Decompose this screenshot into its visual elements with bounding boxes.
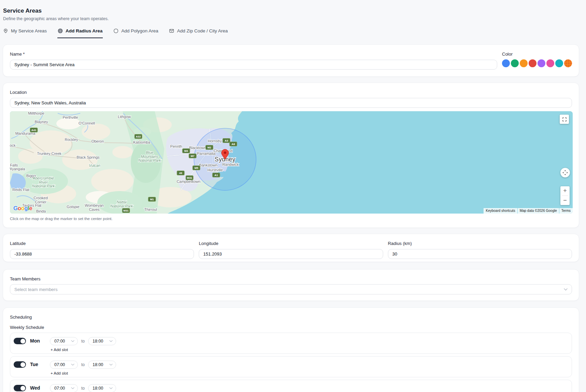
time-value: 07:00 xyxy=(54,386,65,391)
map-pan-control[interactable] xyxy=(560,168,570,177)
mon-time-slots: 07:00to18:00+ Add slot xyxy=(50,337,116,352)
terms-link[interactable]: Terms xyxy=(559,208,573,214)
chevron-down-icon xyxy=(71,387,74,389)
svg-text:49: 49 xyxy=(179,172,182,175)
tue-start-select[interactable]: 07:00 xyxy=(50,361,78,369)
color-swatch-purple[interactable] xyxy=(538,59,545,67)
to-label: to xyxy=(81,339,85,344)
color-swatch-orange-dotted[interactable] xyxy=(564,59,572,67)
svg-text:M4: M4 xyxy=(184,149,188,153)
name-field-group: Name * xyxy=(10,52,497,70)
color-swatch-teal[interactable] xyxy=(555,59,563,67)
road-shield-m7: M7 xyxy=(189,154,196,158)
mon-add-slot-button[interactable]: + Add slot xyxy=(50,348,68,352)
svg-text:A3: A3 xyxy=(225,139,228,142)
map-data-attribution: Map data ©2026 Google xyxy=(518,208,559,214)
road-shield-49: 49 xyxy=(177,171,184,175)
map-canvas: MillthorpePerthvilleBlayneyO'ConnellLith… xyxy=(10,111,573,214)
color-swatch-blue[interactable] xyxy=(502,59,510,67)
map-help-text: Click on the map or drag the marker to s… xyxy=(10,217,572,221)
longitude-field-group: Longitude xyxy=(199,241,383,259)
mon-toggle[interactable] xyxy=(14,338,26,344)
road-shield-a8: A8 xyxy=(229,142,237,146)
wed-toggle[interactable] xyxy=(14,385,26,391)
map-label-crooked-corner: CrookedCorner xyxy=(33,196,48,204)
color-swatches xyxy=(502,59,572,67)
road-shield-a1: A1 xyxy=(212,173,220,177)
road-shield-a3: A3 xyxy=(223,139,230,143)
tab-add-zip-code-city-area[interactable]: Add Zip Code / City Area xyxy=(169,28,228,38)
radius-label: Radius (km) xyxy=(388,241,572,246)
svg-text:M31: M31 xyxy=(123,209,129,212)
time-value: 18:00 xyxy=(93,362,103,367)
svg-text:M31: M31 xyxy=(187,176,192,179)
tue-toggle[interactable] xyxy=(14,361,26,368)
wed-start-select[interactable]: 07:00 xyxy=(50,384,78,392)
map-park-label-vulcan: Vulcan xyxy=(89,163,100,168)
mon-start-select[interactable]: 07:00 xyxy=(50,337,78,345)
chevron-down-icon xyxy=(109,364,113,366)
team-members-select[interactable]: Select team members xyxy=(10,284,572,294)
mon-end-select[interactable]: 18:00 xyxy=(88,337,116,345)
map-label-thirroul: Thirroul xyxy=(144,207,157,212)
svg-text:A41: A41 xyxy=(31,129,37,132)
svg-text:M2: M2 xyxy=(207,146,211,149)
map-label-trunkey-creek: Trunkey Creek xyxy=(37,151,61,156)
to-label: to xyxy=(81,386,85,391)
color-swatch-red[interactable] xyxy=(529,59,536,67)
zoom-out-button[interactable]: − xyxy=(560,196,570,205)
map-label-perthville: Perthville xyxy=(62,115,78,119)
radius-input[interactable] xyxy=(388,249,572,259)
toggle-knob xyxy=(20,339,25,344)
color-label: Color xyxy=(502,52,572,57)
tab-add-radius-area[interactable]: Add Radius Area xyxy=(57,28,103,38)
service-areas-page: Service Areas Define the geographic area… xyxy=(0,8,586,392)
color-swatch-green[interactable] xyxy=(511,59,519,67)
wed-day-label: Wed xyxy=(30,385,50,391)
google-map[interactable]: MillthorpePerthvilleBlayneyO'ConnellLith… xyxy=(10,111,573,214)
chevron-down-icon xyxy=(564,288,568,291)
google-logo-letter: g xyxy=(24,205,28,212)
time-value: 07:00 xyxy=(54,339,65,344)
map-label-penrith: Penrith xyxy=(170,144,182,148)
schedule-row-mon: Mon07:00to18:00+ Add slot xyxy=(10,333,572,354)
tue-end-select[interactable]: 18:00 xyxy=(88,361,116,369)
name-input[interactable] xyxy=(10,60,497,70)
tab-add-polygon-area[interactable]: Add Polygon Area xyxy=(113,28,158,38)
road-shield-m31: M31 xyxy=(122,208,130,213)
time-value: 18:00 xyxy=(93,386,103,391)
location-label: Location xyxy=(10,90,572,95)
tue-add-slot-button[interactable]: + Add slot xyxy=(50,371,68,375)
color-picker: Color xyxy=(502,52,572,70)
weekly-schedule-title: Weekly Schedule xyxy=(10,325,572,330)
keyboard-shortcuts-button[interactable]: Keyboard shortcuts xyxy=(484,208,517,214)
map-label-wyangala: Wyangala xyxy=(10,167,25,171)
team-members-placeholder: Select team members xyxy=(14,287,57,292)
longitude-input[interactable] xyxy=(199,249,383,259)
tab-label: My Service Areas xyxy=(11,28,47,33)
tab-label: Add Radius Area xyxy=(66,28,102,33)
mail-icon xyxy=(169,28,174,33)
latitude-input[interactable] xyxy=(10,249,194,259)
latitude-label: Latitude xyxy=(10,241,194,246)
chevron-down-icon xyxy=(109,340,113,342)
time-value: 18:00 xyxy=(93,339,103,344)
toggle-knob xyxy=(20,386,25,391)
tab-my-service-areas[interactable]: My Service Areas xyxy=(3,28,47,38)
page-header: Service Areas Define the geographic area… xyxy=(3,8,579,21)
color-swatch-pink[interactable] xyxy=(546,59,554,67)
road-shield-m2: M2 xyxy=(206,145,213,150)
circle-icon xyxy=(113,28,118,33)
coordinates-card: Latitude Longitude Radius (km) xyxy=(3,234,579,262)
zoom-in-button[interactable]: + xyxy=(560,186,570,195)
location-input[interactable] xyxy=(10,98,572,108)
scheduling-title: Scheduling xyxy=(10,315,572,320)
map-fullscreen-button[interactable] xyxy=(560,115,569,124)
map-label-blacktown: Blacktown xyxy=(189,146,206,150)
longitude-label: Longitude xyxy=(199,241,383,246)
svg-text:A1: A1 xyxy=(214,174,218,177)
name-label: Name * xyxy=(10,52,497,57)
wed-end-select[interactable]: 18:00 xyxy=(88,384,116,392)
color-swatch-orange[interactable] xyxy=(520,59,528,67)
google-logo[interactable]: Google xyxy=(13,205,32,212)
